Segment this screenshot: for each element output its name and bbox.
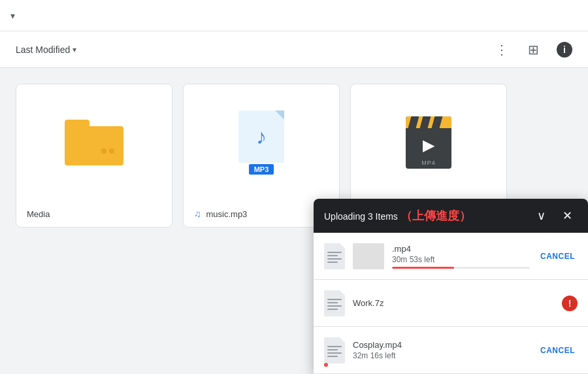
doc-line [327, 252, 342, 253]
upload-file-icon-2 [324, 290, 345, 316]
upload-cancel-button-3[interactable]: CANCEL [538, 343, 578, 358]
folder-icon-area [65, 84, 123, 201]
upload-cancel-button-1[interactable]: CANCEL [538, 249, 578, 264]
thumbnail-placeholder-1 [353, 243, 384, 269]
upload-item-name-3: Cosplay.mp4 [353, 340, 530, 350]
doc-line [327, 302, 338, 303]
upload-collapse-button[interactable]: ∨ [531, 205, 551, 226]
top-chevron-icon[interactable]: ▾ [10, 10, 15, 21]
grid-icon: ⊞ [528, 42, 539, 58]
upload-item-name-1: .mp4 [392, 244, 530, 254]
mp3-icon-area: ♪ MP3 [238, 84, 284, 201]
doc-line [327, 258, 342, 260]
mp3-bg: ♪ [238, 110, 284, 163]
file-name-media: Media [27, 209, 50, 219]
folder-icon [65, 120, 123, 165]
doc-line [327, 262, 338, 263]
upload-item-1: .mp4 30m 53s left CANCEL [314, 233, 588, 280]
doc-line [327, 349, 338, 350]
upload-title: Uploading 3 Items （上傳進度） [324, 208, 525, 224]
upload-file-icon-3 [324, 337, 345, 364]
sort-chevron-icon: ▾ [73, 45, 76, 54]
upload-item-info-3: Cosplay.mp4 32m 16s left [353, 340, 530, 360]
sort-button[interactable]: Last Modified ▾ [10, 41, 82, 59]
video-clapper-top [406, 116, 451, 128]
folder-dots [101, 148, 114, 154]
mp3-label: MP3 [249, 164, 274, 175]
doc-line [327, 346, 342, 347]
clapper-stripe-3 [432, 116, 443, 128]
upload-item-2: Work.7z ! [314, 280, 588, 327]
folder-dot-1 [101, 148, 106, 154]
video-bg: ▶ MP4 [406, 116, 451, 169]
clapper-stripe-2 [420, 116, 431, 128]
upload-close-button[interactable]: ✕ [557, 205, 578, 226]
doc-line [327, 309, 338, 310]
upload-item-name-2: Work.7z [353, 298, 554, 308]
sort-label: Last Modified [16, 44, 70, 55]
video-icon-wrap: ▶ MP4 [406, 116, 451, 169]
video-label: MP4 [421, 160, 436, 166]
upload-progress-fill-1 [392, 267, 454, 269]
folder-dot-2 [109, 148, 114, 154]
upload-progress-bar-1 [392, 267, 530, 269]
top-bar: ▾ [0, 0, 588, 31]
upload-item-3: Cosplay.mp4 32m 16s left CANCEL [314, 327, 588, 374]
video-play-icon: ▶ [423, 136, 434, 154]
doc-line [327, 305, 342, 307]
file-card-media[interactable]: Media [16, 84, 172, 228]
clapper-stripe-1 [408, 116, 419, 128]
folder-body [65, 126, 123, 165]
info-icon: i [557, 42, 572, 58]
video-icon-area: ▶ MP4 [406, 84, 451, 201]
more-vert-icon: ⋮ [495, 42, 508, 58]
doc-line [327, 356, 338, 357]
upload-item-status-1: 30m 53s left [392, 255, 530, 264]
doc-line [327, 255, 338, 256]
upload-item-dot-3 [324, 363, 328, 367]
chevron-down-icon: ∨ [537, 209, 546, 223]
upload-item-info-2: Work.7z [353, 298, 554, 308]
upload-error-icon-2: ! [562, 296, 578, 311]
upload-header: Uploading 3 Items （上傳進度） ∨ ✕ [314, 199, 588, 233]
file-name-row-media: Media [16, 201, 172, 227]
doc-lines-3 [325, 341, 344, 360]
close-icon: ✕ [563, 209, 572, 223]
upload-title-chinese: （上傳進度） [400, 209, 471, 222]
doc-line [327, 299, 342, 300]
doc-lines-1 [325, 246, 344, 265]
grid-view-button[interactable]: ⊞ [520, 37, 546, 63]
doc-line [327, 352, 342, 354]
toolbar-icons: ⋮ ⊞ i [489, 37, 578, 63]
toolbar: Last Modified ▾ ⋮ ⊞ i [0, 31, 588, 68]
doc-lines-2 [325, 294, 344, 313]
info-button[interactable]: i [551, 37, 578, 63]
upload-panel: Uploading 3 Items （上傳進度） ∨ ✕ .mp4 30m 53… [314, 199, 588, 374]
mp3-icon-wrap: ♪ MP3 [238, 110, 284, 175]
music-note-icon: ♪ [256, 125, 267, 149]
more-options-button[interactable]: ⋮ [489, 37, 515, 63]
mp3-file-icon: ♫ [194, 209, 201, 219]
upload-file-icon-1 [324, 243, 345, 269]
upload-item-info-1: .mp4 30m 53s left [392, 244, 530, 269]
file-name-mp3: music.mp3 [206, 209, 248, 219]
upload-item-status-3: 32m 16s left [353, 351, 530, 360]
upload-title-text: Uploading 3 Items [324, 211, 398, 222]
